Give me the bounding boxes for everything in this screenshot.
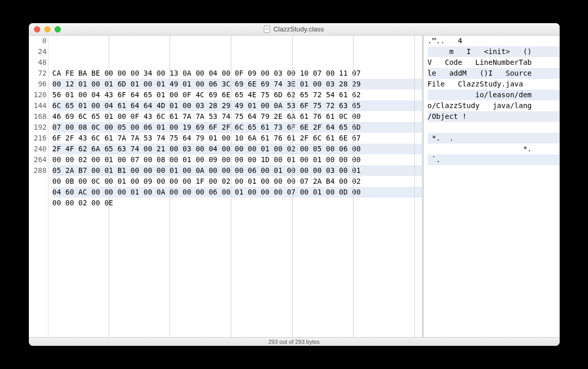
ascii-row[interactable]: File ClazzStudy.java [428,79,560,90]
ascii-row[interactable]: m I <init> () [428,46,560,57]
offset-cell: 72 [29,68,48,79]
hex-row[interactable]: 00 12 01 00 01 6D 01 00 01 49 01 00 06 3… [53,79,422,90]
hex-row[interactable]: 05 2A B7 00 01 B1 00 00 00 01 00 0A 00 0… [53,165,422,176]
offset-cell: 192 [29,122,48,133]
hex-row[interactable]: 6F 2F 43 6C 61 7A 7A 53 74 75 64 79 01 0… [53,133,422,144]
ascii-row[interactable]: .™.. 4 [428,36,560,46]
hex-row[interactable]: 07 00 08 0C 00 05 00 06 01 00 19 69 6F 2… [53,122,422,133]
offset-cell: 144 [29,100,48,111]
hex-column[interactable]: CA FE BA BE 00 00 00 34 00 13 0A 00 04 0… [48,36,422,337]
hex-row[interactable]: 6C 65 01 00 04 61 64 64 4D 01 00 03 28 2… [53,100,422,111]
title-text: ClazzStudy.class [273,25,324,33]
ascii-row[interactable]: *. [428,144,560,154]
ascii-column[interactable]: .™.. 4 m I <init> ()V Code LineNumberTab… [422,36,560,337]
offset-cell: 48 [29,57,48,68]
offset-cell: 240 [29,144,48,154]
hex-row[interactable]: 00 0B 00 0C 00 01 00 09 00 00 00 1F 00 0… [53,176,422,187]
ascii-row[interactable]: io/leason/dem [428,90,560,100]
status-text: 293 out of 293 bytes [268,339,320,345]
ascii-row[interactable] [428,122,560,133]
window-controls [29,26,61,32]
ascii-row[interactable] [428,165,560,176]
hex-row[interactable]: 46 69 6C 65 01 00 0F 43 6C 61 7A 7A 53 7… [53,111,422,122]
hex-row[interactable]: 00 00 02 00 01 00 07 00 08 00 01 00 09 0… [53,154,422,165]
window-title: ClazzStudy.class [29,25,560,33]
hex-row[interactable]: 04 60 AC 00 00 00 01 00 0A 00 00 00 06 0… [53,187,422,198]
offset-cell: 120 [29,90,48,100]
offset-cell: 216 [29,133,48,144]
hex-row[interactable]: 00 00 02 00 0E [53,198,422,208]
ascii-row[interactable]: `. [428,154,560,165]
offset-cell: 96 [29,79,48,90]
ascii-row[interactable]: o/ClazzStudy java/lang [428,100,560,111]
document-icon [264,26,270,33]
ascii-row[interactable]: /Object ! [428,111,560,122]
ascii-row[interactable]: le addM ()I Source [428,68,560,79]
hex-row[interactable]: 56 01 00 04 43 6F 64 65 01 00 0F 4C 69 6… [53,90,422,100]
offset-cell: 168 [29,111,48,122]
offset-column: 024487296120144168192216240264288 [29,36,48,337]
hex-row[interactable]: CA FE BA BE 00 00 00 34 00 13 0A 00 04 0… [53,68,422,79]
hex-editor-window: ClazzStudy.class 02448729612014416819221… [29,23,560,346]
offset-cell: 264 [29,154,48,165]
close-icon[interactable] [34,26,40,32]
hex-row[interactable]: 2F 4F 62 6A 65 63 74 00 21 00 03 00 04 0… [53,144,422,154]
zoom-icon[interactable] [55,26,61,32]
offset-cell: 24 [29,46,48,57]
ascii-row[interactable]: V Code LineNumberTab [428,57,560,68]
offset-cell: 0 [29,36,48,46]
ascii-row[interactable]: *. . [428,133,560,144]
offset-cell: 288 [29,165,48,176]
hex-viewer[interactable]: 024487296120144168192216240264288 CA FE … [29,36,560,337]
status-bar: 293 out of 293 bytes [29,337,560,346]
minimize-icon[interactable] [44,26,51,32]
titlebar[interactable]: ClazzStudy.class [29,23,560,36]
